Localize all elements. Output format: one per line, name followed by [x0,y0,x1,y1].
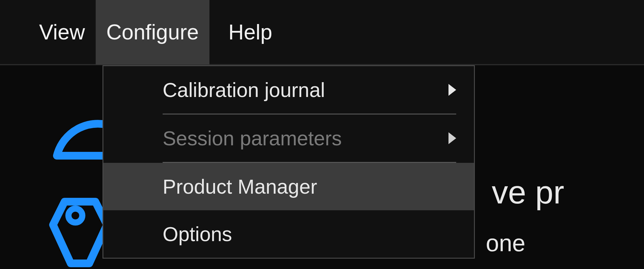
menuitem-label: Options [163,222,456,246]
submenu-arrow-icon [448,84,456,96]
menu-help[interactable]: Help [218,0,283,65]
menu-view[interactable]: View [28,0,96,65]
menubar: View Configure Help [0,0,644,65]
menuitem-product-manager[interactable]: Product Manager [103,163,474,210]
bg-text-fragment-p: P [255,265,275,269]
menuitem-calibration-journal[interactable]: Calibration journal [103,66,474,114]
menuitem-session-parameters: Session parameters [103,114,474,162]
menuitem-label: Session parameters [163,127,448,150]
menu-configure[interactable]: Configure [96,0,209,65]
configure-dropdown: Calibration journal Session parameters P… [102,65,475,259]
bg-text-fragment-vepr: ve pr [492,173,564,211]
menuitem-label: Product Manager [163,175,456,198]
menuitem-options[interactable]: Options [103,210,474,258]
bg-text-fragment-one: one [486,230,525,257]
submenu-arrow-icon [448,132,456,144]
svg-point-0 [68,208,82,222]
menuitem-label: Calibration journal [163,78,448,101]
